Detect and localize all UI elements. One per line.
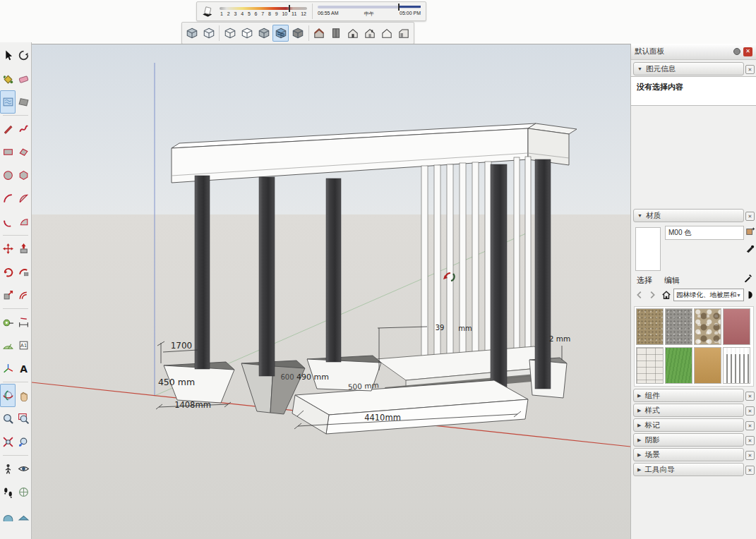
rotate-tool[interactable]: [0, 260, 16, 284]
section-close-icon[interactable]: ✕: [745, 392, 755, 401]
balusters[interactable]: [421, 157, 531, 365]
section-close-icon[interactable]: ✕: [745, 451, 755, 460]
column-1[interactable]: [195, 176, 210, 369]
dropper-icon[interactable]: [743, 272, 754, 284]
two-point-arc-tool[interactable]: [16, 187, 31, 210]
board-tool[interactable]: [16, 90, 31, 114]
make-component-tool[interactable]: [16, 44, 31, 67]
texture-tool[interactable]: [0, 90, 16, 114]
circle-tool[interactable]: [0, 164, 16, 187]
create-material-icon[interactable]: [745, 226, 756, 237]
zoom-extents-tool[interactable]: [0, 430, 16, 454]
section-materials[interactable]: ▼ 材质: [633, 209, 744, 222]
left-view-button[interactable]: [379, 25, 395, 42]
section-3[interactable]: ▶标记: [633, 418, 744, 432]
line-tool[interactable]: [0, 117, 16, 140]
section-1[interactable]: ▶组件: [633, 389, 744, 402]
back-arrow-icon[interactable]: [634, 289, 645, 301]
eraser-tool[interactable]: [16, 67, 31, 90]
arc-tool[interactable]: [0, 187, 16, 210]
material-name-field[interactable]: M00 色: [665, 226, 744, 240]
shadow-toggle-icon[interactable]: [199, 3, 216, 20]
back-view-button[interactable]: [362, 25, 378, 42]
rectangle-tool[interactable]: [0, 140, 16, 164]
tab-select[interactable]: 选择: [637, 276, 652, 284]
axes-tool[interactable]: [0, 357, 16, 380]
section-6[interactable]: ▶工具向导: [633, 463, 744, 476]
right-view-button[interactable]: [396, 25, 412, 42]
push-pull-tool[interactable]: [16, 237, 31, 260]
shaded-textures-button[interactable]: [272, 25, 289, 42]
select-tool[interactable]: [0, 44, 16, 67]
zoom-window-tool[interactable]: [16, 407, 31, 430]
column-4[interactable]: [491, 164, 507, 408]
protractor-tool[interactable]: [0, 334, 16, 357]
rotated-rectangle-tool[interactable]: [16, 140, 31, 164]
material-swatch-gravel-gray[interactable]: [665, 308, 692, 345]
material-swatch-river-rock[interactable]: [694, 308, 721, 345]
dimension-tool[interactable]: [16, 310, 31, 334]
entity-info-close-icon[interactable]: ✕: [745, 65, 755, 74]
position-camera-tool[interactable]: [0, 457, 16, 480]
pin-icon[interactable]: [733, 48, 740, 55]
follow-me-tool[interactable]: [16, 260, 31, 284]
tool-partial-b-tool[interactable]: [16, 504, 31, 527]
section-4[interactable]: ▶阴影: [633, 433, 744, 447]
section-close-icon[interactable]: ✕: [745, 421, 755, 430]
3d-text-tool[interactable]: A: [16, 357, 31, 380]
home-icon[interactable]: [661, 289, 672, 301]
front-view-button[interactable]: [345, 25, 361, 42]
hidden-line-button[interactable]: [239, 25, 255, 42]
iso-view-button[interactable]: [311, 25, 327, 42]
paint-tool[interactable]: [0, 67, 16, 90]
details-flyout-icon[interactable]: [745, 289, 756, 301]
zoom-previous-tool[interactable]: [16, 430, 31, 454]
section-entity-info[interactable]: ▼ 图元信息: [633, 62, 744, 75]
shadow-time-slider[interactable]: 06:55 AM 中午 05:00 PM: [318, 6, 421, 18]
pie-tool[interactable]: [16, 210, 31, 234]
tray-title-bar[interactable]: 默认面板 ✕: [631, 44, 756, 60]
tab-edit[interactable]: 编辑: [664, 276, 680, 284]
material-preview[interactable]: [635, 227, 661, 271]
section-5[interactable]: ▶场景: [633, 448, 744, 461]
walk-tool[interactable]: [0, 480, 16, 504]
xray-button[interactable]: [200, 25, 217, 42]
look-around-tool[interactable]: [16, 457, 31, 480]
tray-close-button[interactable]: ✕: [743, 47, 752, 56]
material-swatch-grass-green[interactable]: [665, 347, 692, 384]
top-view-button[interactable]: [328, 25, 344, 42]
forward-arrow-icon[interactable]: [647, 289, 658, 301]
polygon-tool[interactable]: [16, 164, 31, 187]
column-3[interactable]: [326, 178, 341, 362]
shaded-button[interactable]: [256, 25, 272, 42]
tape-measure-tool[interactable]: [0, 310, 16, 334]
offset-tool[interactable]: [16, 284, 31, 307]
pan-tool[interactable]: [16, 384, 31, 407]
freehand-tool[interactable]: [16, 117, 31, 140]
monochrome-button[interactable]: [289, 25, 306, 42]
three-point-arc-tool[interactable]: [0, 210, 16, 234]
material-category-dropdown[interactable]: 园林绿化、地被层和植被 ▼: [673, 289, 744, 301]
material-swatch-red-stone[interactable]: [723, 308, 750, 345]
time-slider-handle[interactable]: [398, 4, 400, 11]
material-swatch-pavers[interactable]: [636, 347, 664, 384]
zoom-tool[interactable]: [0, 407, 16, 430]
material-swatch-ochre[interactable]: [694, 347, 721, 384]
section-close-icon[interactable]: ✕: [745, 466, 755, 475]
model-canvas[interactable]: 1700 450 mm 1408mm 600 490 mm 500 mm 441…: [32, 44, 630, 539]
column-5[interactable]: [535, 159, 551, 389]
section-2[interactable]: ▶样式: [633, 404, 744, 417]
section-close-icon[interactable]: ✕: [745, 406, 755, 416]
section-close-icon[interactable]: ✕: [745, 436, 755, 445]
move-tool[interactable]: [0, 237, 16, 260]
tool-partial-a-tool[interactable]: [0, 504, 16, 527]
material-swatch-white-fence[interactable]: [723, 347, 750, 384]
sample-paint-icon[interactable]: [745, 243, 756, 254]
orbit-tool[interactable]: [0, 384, 16, 407]
date-slider-handle[interactable]: [289, 5, 290, 12]
text-tool[interactable]: A1: [16, 334, 31, 357]
section-plane-tool[interactable]: [16, 480, 31, 504]
column-2[interactable]: [259, 177, 275, 376]
xray-shaded-button[interactable]: [184, 25, 200, 42]
material-swatch-gravel-brown[interactable]: [636, 308, 664, 345]
